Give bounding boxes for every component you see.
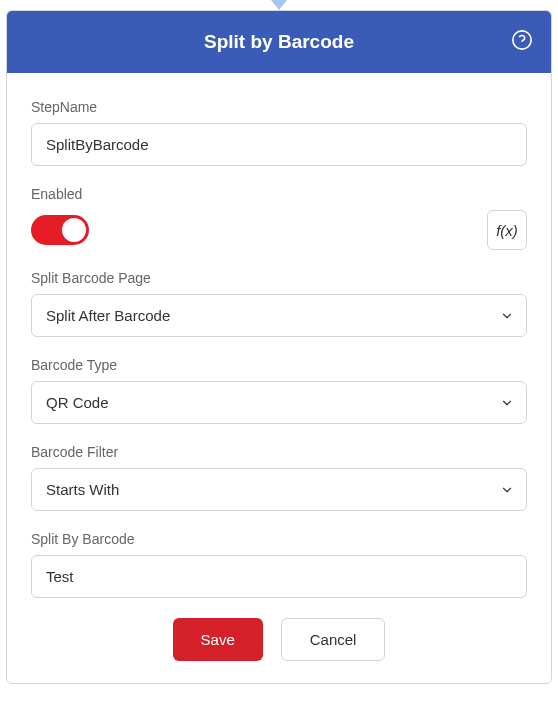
form-body: StepName Enabled f(x) Split Barcode Page… bbox=[7, 73, 551, 683]
stepname-group: StepName bbox=[31, 99, 527, 166]
split-barcode-page-group: Split Barcode Page Split After Barcode bbox=[31, 270, 527, 337]
help-icon[interactable] bbox=[511, 29, 533, 55]
fx-button[interactable]: f(x) bbox=[487, 210, 527, 250]
enabled-group: Enabled f(x) bbox=[31, 186, 527, 250]
barcode-filter-label: Barcode Filter bbox=[31, 444, 527, 460]
enabled-toggle-row: f(x) bbox=[31, 210, 527, 250]
card-title: Split by Barcode bbox=[204, 31, 354, 53]
split-barcode-page-select[interactable]: Split After Barcode bbox=[31, 294, 527, 337]
split-by-barcode-card: Split by Barcode StepName Enabled f(x) bbox=[6, 10, 552, 684]
enabled-label: Enabled bbox=[31, 186, 527, 202]
cancel-button[interactable]: Cancel bbox=[281, 618, 386, 661]
split-by-barcode-group: Split By Barcode bbox=[31, 531, 527, 598]
barcode-type-group: Barcode Type QR Code bbox=[31, 357, 527, 424]
enabled-toggle[interactable] bbox=[31, 215, 89, 245]
barcode-filter-select[interactable]: Starts With bbox=[31, 468, 527, 511]
dropdown-indicator bbox=[271, 0, 287, 10]
button-row: Save Cancel bbox=[31, 618, 527, 661]
stepname-label: StepName bbox=[31, 99, 527, 115]
split-barcode-page-label: Split Barcode Page bbox=[31, 270, 527, 286]
save-button[interactable]: Save bbox=[173, 618, 263, 661]
toggle-knob bbox=[62, 218, 86, 242]
barcode-type-label: Barcode Type bbox=[31, 357, 527, 373]
split-by-barcode-label: Split By Barcode bbox=[31, 531, 527, 547]
card-header: Split by Barcode bbox=[7, 11, 551, 73]
svg-point-0 bbox=[513, 31, 531, 49]
split-by-barcode-input[interactable] bbox=[31, 555, 527, 598]
barcode-type-select[interactable]: QR Code bbox=[31, 381, 527, 424]
stepname-input[interactable] bbox=[31, 123, 527, 166]
fx-label: f(x) bbox=[496, 222, 518, 239]
barcode-filter-group: Barcode Filter Starts With bbox=[31, 444, 527, 511]
